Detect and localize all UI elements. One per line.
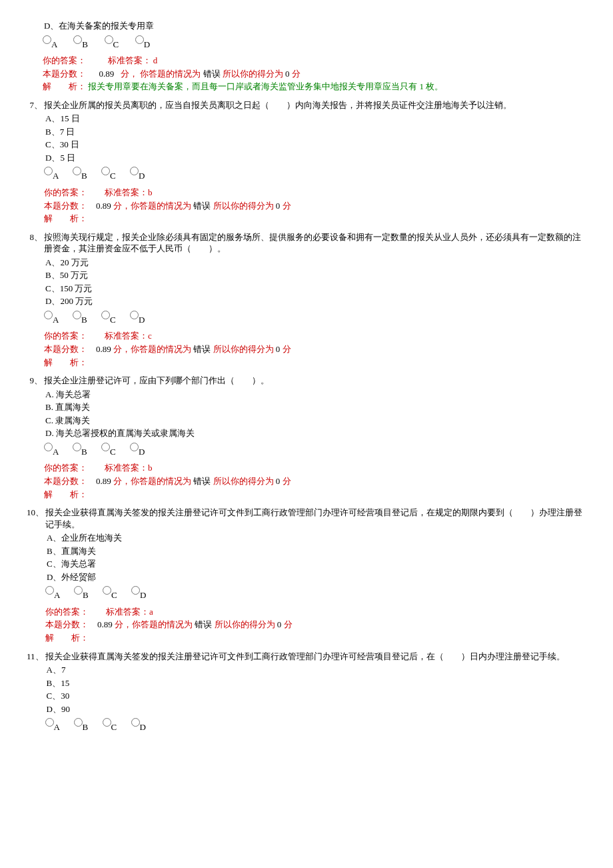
radio-d[interactable] — [131, 586, 140, 595]
question-body: 按照海关现行规定，报关企业除必须具有固定的服务场所、提供服务的必要设备和拥有一定… — [44, 231, 586, 368]
analysis-line: 解 析： — [44, 357, 586, 369]
question-number: 7、 — [27, 99, 44, 225]
score-line: 本题分数： 0.89 分，你答题的情况为 错误 所以你的得分为 0 分 — [44, 343, 586, 355]
radio-a[interactable] — [44, 311, 53, 319]
question-block: 8、按照海关现行规定，报关企业除必须具有固定的服务场所、提供服务的必要设备和拥有… — [27, 231, 586, 368]
score-line: 本题分数： 0.89 分，你答题的情况为 错误 所以你的得分为 0 分 — [44, 200, 512, 212]
question-block: 7、报关企业所属的报关员离职的，应当自报关员离职之日起（ ）内向海关报告，并将报… — [27, 99, 586, 225]
option-text: C、海关总署 — [45, 558, 586, 570]
question-body: 报关企业所属的报关员离职的，应当自报关员离职之日起（ ）内向海关报告，并将报关员… — [44, 99, 512, 225]
radio-b[interactable] — [73, 311, 81, 319]
analysis-line: 解 析： — [45, 632, 586, 644]
radio-row: ABCD — [45, 585, 586, 597]
radio-label: A — [53, 170, 73, 182]
radio-label: A — [54, 589, 74, 601]
analysis-line: 解 析： — [44, 213, 512, 225]
question-body: 报关企业获得直属海关签发的报关注册登记许可文件到工商行政管理部门办理许可经营项目… — [45, 651, 565, 738]
question-stem: 报关企业注册登记许可，应由下列哪个部门作出（ ）。 — [44, 375, 291, 387]
q6-your-answer-line: 你的答案： 标准答案： d — [43, 55, 586, 67]
radio-label: D — [139, 170, 159, 182]
radio-label: C — [111, 589, 131, 601]
radio-label: B — [81, 314, 101, 326]
q6-radio-a[interactable] — [43, 35, 51, 44]
radio-label: D — [139, 314, 159, 326]
question-number: 8、 — [27, 231, 44, 368]
q6-analysis-line: 解 析： 报关专用章要在海关备案，而且每一口岸或者海关监管业务集中地报关专用章应… — [43, 81, 586, 93]
radio-label-b: B — [82, 39, 102, 51]
option-text: A、企业所在地海关 — [45, 532, 586, 544]
q6-partial: D、在海关备案的报关专用章 A B C D 你的答案： 标准答案： d 本题分数… — [43, 20, 586, 93]
score-line: 本题分数： 0.89 分，你答题的情况为 错误 所以你的得分为 0 分 — [44, 475, 291, 487]
radio-a[interactable] — [45, 586, 54, 595]
radio-a[interactable] — [44, 443, 53, 451]
radio-c[interactable] — [103, 718, 111, 727]
radio-c[interactable] — [101, 311, 110, 319]
radio-c[interactable] — [101, 167, 110, 175]
page-root: D、在海关备案的报关专用章 A B C D 你的答案： 标准答案： d 本题分数… — [0, 0, 613, 769]
q6-radio-c[interactable] — [105, 35, 113, 44]
radio-label: C — [110, 170, 130, 182]
option-text: D、200 万元 — [44, 295, 586, 307]
radio-row: ABCD — [45, 717, 565, 729]
unit-tail: 分 — [292, 69, 301, 79]
analysis-line: 解 析： — [44, 489, 291, 501]
question-stem: 报关企业获得直属海关签发的报关注册登记许可文件到工商行政管理部门办理许可经营项目… — [45, 651, 565, 663]
question-block: 10、报关企业获得直属海关签发的报关注册登记许可文件到工商行政管理部门办理许可经… — [27, 507, 586, 643]
question-number: 9、 — [27, 375, 44, 500]
radio-label: A — [54, 721, 74, 733]
so-score-label: 所以你的得分为 — [223, 69, 285, 79]
radio-label: B — [81, 170, 101, 182]
radio-label: B — [81, 446, 101, 458]
radio-label: A — [53, 314, 73, 326]
radio-b[interactable] — [74, 586, 83, 595]
your-answer-line: 你的答案： 标准答案：b — [44, 187, 512, 199]
radio-label: C — [110, 446, 130, 458]
radio-d[interactable] — [130, 443, 139, 451]
radio-label-d: D — [144, 39, 164, 51]
radio-d[interactable] — [130, 167, 139, 175]
analysis-label: 解 析： — [43, 81, 86, 91]
radio-label: C — [111, 721, 131, 733]
option-text: D、5 日 — [44, 152, 512, 164]
radio-row: ABCD — [44, 309, 586, 321]
radio-label-c: C — [113, 39, 133, 51]
radio-c[interactable] — [103, 586, 111, 595]
question-number: 11、 — [27, 651, 45, 738]
q6-score-line: 本题分数： 0.89 分， 你答题的情况为 错误 所以你的得分为 0 分 — [43, 68, 586, 80]
radio-d[interactable] — [130, 311, 139, 319]
question-body: 报关企业获得直属海关签发的报关注册登记许可文件到工商行政管理部门办理许可经营项目… — [45, 507, 586, 643]
radio-label: B — [83, 589, 103, 601]
option-text: C、30 日 — [44, 139, 512, 151]
radio-label: B — [83, 721, 103, 733]
radio-c[interactable] — [101, 443, 110, 451]
radio-label: D — [140, 721, 160, 733]
radio-label: D — [139, 446, 159, 458]
question-stem: 报关企业获得直属海关签发的报关注册登记许可文件到工商行政管理部门办理许可经营项目… — [45, 507, 586, 530]
q6-radio-row: A B C D — [43, 34, 586, 46]
radio-label: A — [53, 446, 73, 458]
radio-b[interactable] — [74, 718, 83, 727]
your-answer-line: 你的答案： 标准答案：a — [45, 606, 586, 618]
question-block: 9、报关企业注册登记许可，应由下列哪个部门作出（ ）。A. 海关总署B. 直属海… — [27, 375, 586, 500]
radio-b[interactable] — [73, 443, 81, 451]
radio-row: ABCD — [44, 165, 512, 177]
radio-a[interactable] — [45, 718, 54, 727]
question-block: 11、报关企业获得直属海关签发的报关注册登记许可文件到工商行政管理部门办理许可经… — [27, 651, 586, 738]
option-text: C、30 — [45, 690, 565, 702]
question-body: 报关企业注册登记许可，应由下列哪个部门作出（ ）。A. 海关总署B. 直属海关C… — [44, 375, 291, 500]
radio-b[interactable] — [73, 167, 81, 175]
option-text: D. 海关总署授权的直属海关或隶属海关 — [44, 427, 291, 439]
q6-radio-d[interactable] — [135, 35, 144, 44]
radio-label: C — [110, 314, 130, 326]
radio-d[interactable] — [131, 718, 140, 727]
option-text: D、90 — [45, 703, 565, 715]
q6-analysis-text: 报关专用章要在海关备案，而且每一口岸或者海关监管业务集中地报关专用章应当只有 1… — [88, 81, 443, 91]
radio-a[interactable] — [44, 167, 53, 175]
question-number: 10、 — [27, 507, 45, 643]
radio-label: D — [140, 589, 160, 601]
option-text: C. 隶属海关 — [44, 415, 291, 427]
your-answer-line: 你的答案： 标准答案：c — [44, 330, 586, 342]
radio-label-a: A — [51, 39, 71, 51]
q6-radio-b[interactable] — [73, 35, 82, 44]
q6-result: 错误 — [203, 69, 221, 79]
